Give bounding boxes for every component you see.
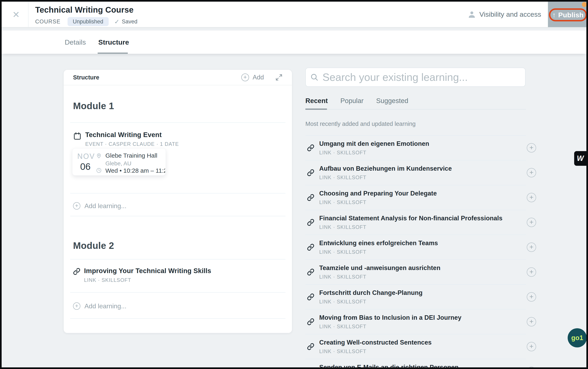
go1-widget-button[interactable]: go1 [568, 328, 587, 348]
w-icon: W [577, 154, 584, 163]
add-item-button[interactable]: + [527, 243, 536, 252]
divider [70, 122, 285, 123]
link-icon [307, 169, 314, 176]
search-tabs: RecentPopularSuggested [305, 97, 408, 105]
list-item[interactable]: Creating Well-constructed Sentences LINK… [305, 334, 526, 359]
location-pin-icon [96, 153, 102, 159]
tab-details[interactable]: Details [65, 31, 86, 54]
add-item-button[interactable]: + [527, 218, 536, 227]
add-item-button[interactable]: + [527, 317, 536, 327]
search-input[interactable] [318, 71, 525, 83]
status-badge: Unpublished [68, 17, 109, 26]
annotation-dot [582, 2, 587, 7]
add-learning-label: Add learning... [84, 302, 126, 310]
link-icon [307, 368, 314, 369]
list-item[interactable]: Fortschritt durch Change-Planung LINK · … [305, 284, 526, 309]
add-item-button[interactable]: + [527, 168, 536, 177]
link-item-title: Improving Your Technical Writing Skills [84, 267, 211, 275]
add-item-button[interactable]: + [527, 267, 536, 277]
event-month: NOV [77, 152, 95, 161]
event-location: Glebe, AU [105, 160, 131, 167]
go1-logo: go1 [571, 334, 583, 342]
list-item-title: Entwicklung eines erfolgreichen Teams [319, 239, 438, 247]
add-item-button[interactable]: + [527, 292, 536, 302]
check-icon: ✓ [114, 18, 119, 25]
list-item-subtitle: LINK · SKILLSOFT [319, 348, 431, 354]
search-tabs-divider [305, 109, 526, 110]
list-item-subtitle: LINK · SKILLSOFT [319, 174, 452, 180]
plus-circle-icon: + [73, 302, 80, 310]
list-item-title: Aufbau von Beziehungen im Kundenservice [319, 165, 452, 172]
tab-structure[interactable]: Structure [98, 31, 129, 54]
link-item[interactable]: Improving Your Technical Writing Skills … [73, 267, 211, 283]
header-divider [28, 2, 29, 27]
tab-suggested[interactable]: Suggested [376, 97, 408, 105]
active-tab-underline [98, 52, 128, 54]
plus-circle-icon: + [73, 202, 80, 210]
list-item-title: Umgang mit den eigenen Emotionen [319, 140, 429, 147]
tab-popular[interactable]: Popular [340, 97, 363, 105]
module-1-title: Module 1 [73, 100, 114, 111]
list-item[interactable]: Senden von E-Mails an die richtigen Pers… [305, 359, 526, 369]
w-extension-tab[interactable]: W [574, 151, 586, 166]
add-icon: + [241, 73, 249, 81]
plus-icon: + [529, 293, 533, 301]
add-button[interactable]: Add [253, 74, 264, 81]
list-item-title: Choosing and Preparing Your Delegate [319, 190, 437, 197]
list-item-subtitle: LINK · SKILLSOFT [319, 224, 502, 230]
publish-label: Publish [558, 11, 584, 19]
arrow-up-icon: ↑ [552, 11, 556, 19]
plus-icon: + [529, 168, 533, 176]
plus-icon: + [529, 318, 533, 325]
link-icon [307, 244, 314, 251]
search-icon [310, 73, 318, 81]
header: ✕ Technical Writing Course COURSE Unpubl… [2, 2, 586, 27]
plus-icon: + [529, 243, 533, 251]
list-item[interactable]: Moving from Bias to Inclusion in a DEI J… [305, 309, 526, 334]
structure-card-title: Structure [73, 74, 99, 81]
list-item-title: Financial Statement Analysis for Non-fin… [319, 215, 502, 222]
list-item[interactable]: Aufbau von Beziehungen im Kundenservice … [305, 160, 526, 185]
event-date-card[interactable]: NOV 06 Glebe Training Hall Glebe, AU Wed… [72, 148, 166, 175]
person-icon [468, 10, 476, 19]
list-item-subtitle: LINK · SKILLSOFT [319, 150, 429, 156]
link-icon [307, 194, 314, 201]
plus-icon: + [529, 268, 533, 276]
divider [70, 259, 285, 259]
link-icon [307, 268, 314, 276]
course-type-label: COURSE [35, 19, 61, 25]
learning-results-list: Umgang mit den eigenen Emotionen LINK · … [305, 135, 537, 369]
divider [70, 193, 285, 194]
add-learning-button[interactable]: + Add learning... [73, 200, 126, 212]
link-icon [307, 219, 314, 226]
add-learning-button[interactable]: + Add learning... [73, 300, 126, 312]
list-item[interactable]: Financial Statement Analysis for Non-fin… [305, 210, 526, 235]
event-item[interactable]: Technical Writing Event EVENT · CASPER C… [73, 131, 179, 147]
list-item[interactable]: Umgang mit den eigenen Emotionen LINK · … [305, 135, 526, 160]
list-item-title: Fortschritt durch Change-Planung [319, 289, 422, 297]
results-description: Most recently added and updated learning [305, 121, 416, 127]
link-icon [73, 268, 80, 275]
add-item-button[interactable]: + [527, 342, 536, 351]
add-item-button[interactable]: + [527, 193, 536, 202]
expand-icon[interactable] [275, 74, 283, 81]
event-time: Wed • 10:28 am – 11:28 [105, 167, 165, 174]
list-item-title: Creating Well-constructed Sentences [319, 339, 431, 346]
tab-recent[interactable]: Recent [305, 97, 328, 105]
calendar-icon [73, 132, 82, 140]
plus-icon: + [529, 193, 533, 201]
add-item-button[interactable]: + [527, 367, 536, 369]
visibility-and-access-button[interactable]: Visibility and access [468, 2, 541, 27]
close-icon[interactable]: ✕ [11, 9, 21, 20]
link-icon [307, 144, 314, 152]
list-item-subtitle: LINK · SKILLSOFT [319, 324, 461, 329]
list-item[interactable]: Entwicklung eines erfolgreichen Teams LI… [305, 235, 526, 259]
list-item[interactable]: Choosing and Preparing Your Delegate LIN… [305, 185, 526, 210]
add-item-button[interactable]: + [527, 143, 536, 153]
link-item-subtitle: LINK · SKILLSOFT [84, 277, 211, 283]
list-item[interactable]: Teamziele und -anweisungen ausrichten LI… [305, 259, 526, 284]
divider [70, 216, 285, 216]
publish-button[interactable]: ↑ Publish [549, 8, 587, 21]
clock-icon [96, 168, 102, 173]
link-icon [307, 318, 314, 325]
